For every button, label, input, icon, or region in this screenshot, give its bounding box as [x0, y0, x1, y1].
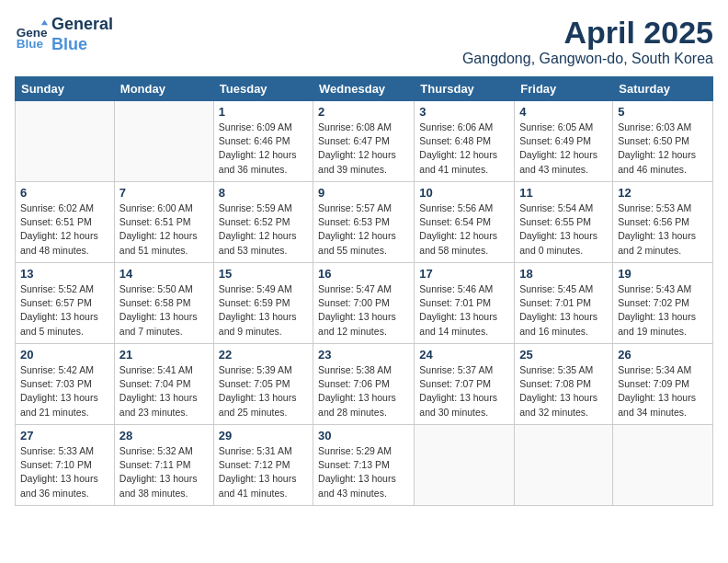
day-number: 13: [20, 267, 109, 281]
day-number: 7: [119, 186, 209, 200]
day-cell: 20Sunrise: 5:42 AMSunset: 7:03 PMDayligh…: [16, 344, 115, 425]
day-cell: 26Sunrise: 5:34 AMSunset: 7:09 PMDayligh…: [613, 344, 713, 425]
day-cell: 23Sunrise: 5:38 AMSunset: 7:06 PMDayligh…: [313, 344, 415, 425]
weekday-header-friday: Friday: [515, 77, 613, 101]
day-cell: 9Sunrise: 5:57 AMSunset: 6:53 PMDaylight…: [313, 182, 415, 263]
calendar-subtitle: Gangdong, Gangwon-do, South Korea: [462, 51, 713, 67]
day-info: Sunrise: 6:00 AMSunset: 6:51 PMDaylight:…: [119, 201, 209, 258]
day-info: Sunrise: 5:49 AMSunset: 6:59 PMDaylight:…: [219, 282, 308, 339]
day-cell: 22Sunrise: 5:39 AMSunset: 7:05 PMDayligh…: [213, 344, 313, 425]
day-cell: 10Sunrise: 5:56 AMSunset: 6:54 PMDayligh…: [415, 182, 515, 263]
day-info: Sunrise: 5:52 AMSunset: 6:57 PMDaylight:…: [20, 282, 109, 339]
day-number: 1: [219, 105, 308, 119]
day-cell: 28Sunrise: 5:32 AMSunset: 7:11 PMDayligh…: [114, 425, 213, 506]
weekday-header-thursday: Thursday: [415, 77, 515, 101]
logo-text-line1: General: [51, 15, 113, 35]
day-cell: 8Sunrise: 5:59 AMSunset: 6:52 PMDaylight…: [213, 182, 313, 263]
day-info: Sunrise: 6:03 AMSunset: 6:50 PMDaylight:…: [618, 121, 708, 177]
day-cell: 13Sunrise: 5:52 AMSunset: 6:57 PMDayligh…: [16, 263, 115, 344]
weekday-header-row: SundayMondayTuesdayWednesdayThursdayFrid…: [16, 77, 713, 101]
day-number: 12: [618, 186, 708, 200]
week-row-3: 13Sunrise: 5:52 AMSunset: 6:57 PMDayligh…: [16, 263, 713, 344]
day-info: Sunrise: 5:50 AMSunset: 6:58 PMDaylight:…: [119, 282, 209, 339]
day-cell: 19Sunrise: 5:43 AMSunset: 7:02 PMDayligh…: [613, 263, 713, 344]
day-info: Sunrise: 5:43 AMSunset: 7:02 PMDaylight:…: [618, 282, 708, 339]
day-cell: 12Sunrise: 5:53 AMSunset: 6:56 PMDayligh…: [613, 182, 713, 263]
day-cell: 29Sunrise: 5:31 AMSunset: 7:12 PMDayligh…: [213, 425, 313, 506]
day-info: Sunrise: 5:39 AMSunset: 7:05 PMDaylight:…: [219, 363, 308, 419]
calendar-header: SundayMondayTuesdayWednesdayThursdayFrid…: [16, 77, 713, 101]
weekday-header-tuesday: Tuesday: [213, 77, 313, 101]
weekday-header-sunday: Sunday: [16, 77, 115, 101]
day-cell: 2Sunrise: 6:08 AMSunset: 6:47 PMDaylight…: [313, 101, 415, 182]
day-cell: 30Sunrise: 5:29 AMSunset: 7:13 PMDayligh…: [313, 425, 415, 506]
day-info: Sunrise: 5:35 AMSunset: 7:08 PMDaylight:…: [519, 363, 608, 419]
day-number: 4: [519, 105, 608, 119]
day-number: 9: [318, 186, 409, 200]
day-number: 18: [519, 267, 608, 281]
logo-text-line2: Blue: [51, 35, 113, 55]
day-info: Sunrise: 5:34 AMSunset: 7:09 PMDaylight:…: [618, 363, 708, 419]
day-number: 24: [419, 348, 509, 362]
day-info: Sunrise: 5:33 AMSunset: 7:10 PMDaylight:…: [20, 444, 109, 500]
day-number: 19: [618, 267, 708, 281]
day-info: Sunrise: 5:59 AMSunset: 6:52 PMDaylight:…: [219, 201, 308, 258]
logo: General Blue General Blue: [15, 15, 113, 54]
day-number: 25: [519, 348, 608, 362]
day-cell: [515, 425, 613, 506]
day-cell: 3Sunrise: 6:06 AMSunset: 6:48 PMDaylight…: [415, 101, 515, 182]
day-cell: [613, 425, 713, 506]
weekday-header-wednesday: Wednesday: [313, 77, 415, 101]
day-cell: 14Sunrise: 5:50 AMSunset: 6:58 PMDayligh…: [114, 263, 213, 344]
day-number: 5: [618, 105, 708, 119]
day-info: Sunrise: 5:42 AMSunset: 7:03 PMDaylight:…: [20, 363, 109, 419]
day-number: 21: [119, 348, 209, 362]
day-info: Sunrise: 6:09 AMSunset: 6:46 PMDaylight:…: [219, 121, 308, 177]
day-info: Sunrise: 5:47 AMSunset: 7:00 PMDaylight:…: [318, 282, 409, 339]
day-cell: 5Sunrise: 6:03 AMSunset: 6:50 PMDaylight…: [613, 101, 713, 182]
day-number: 2: [318, 105, 409, 119]
day-number: 20: [20, 348, 109, 362]
day-info: Sunrise: 5:37 AMSunset: 7:07 PMDaylight:…: [419, 363, 509, 419]
day-info: Sunrise: 5:45 AMSunset: 7:01 PMDaylight:…: [519, 282, 608, 339]
day-cell: 7Sunrise: 6:00 AMSunset: 6:51 PMDaylight…: [114, 182, 213, 263]
week-row-4: 20Sunrise: 5:42 AMSunset: 7:03 PMDayligh…: [16, 344, 713, 425]
calendar-table: SundayMondayTuesdayWednesdayThursdayFrid…: [15, 76, 713, 506]
day-info: Sunrise: 6:08 AMSunset: 6:47 PMDaylight:…: [318, 121, 409, 177]
day-cell: 18Sunrise: 5:45 AMSunset: 7:01 PMDayligh…: [515, 263, 613, 344]
day-cell: 24Sunrise: 5:37 AMSunset: 7:07 PMDayligh…: [415, 344, 515, 425]
page-header: General Blue General Blue April 2025 Gan…: [15, 15, 713, 67]
day-cell: 11Sunrise: 5:54 AMSunset: 6:55 PMDayligh…: [515, 182, 613, 263]
day-number: 10: [419, 186, 509, 200]
svg-text:Blue: Blue: [17, 37, 44, 51]
day-cell: 27Sunrise: 5:33 AMSunset: 7:10 PMDayligh…: [16, 425, 115, 506]
calendar-title: April 2025: [462, 15, 713, 51]
day-number: 11: [519, 186, 608, 200]
day-cell: 15Sunrise: 5:49 AMSunset: 6:59 PMDayligh…: [213, 263, 313, 344]
day-number: 27: [20, 429, 109, 442]
day-number: 23: [318, 348, 409, 362]
day-info: Sunrise: 6:05 AMSunset: 6:49 PMDaylight:…: [519, 121, 608, 177]
calendar-body: 1Sunrise: 6:09 AMSunset: 6:46 PMDaylight…: [16, 101, 713, 506]
day-number: 22: [219, 348, 308, 362]
logo-icon: General Blue: [15, 18, 48, 52]
day-info: Sunrise: 5:31 AMSunset: 7:12 PMDaylight:…: [219, 444, 308, 500]
day-info: Sunrise: 5:32 AMSunset: 7:11 PMDaylight:…: [119, 444, 209, 500]
day-number: 6: [20, 186, 109, 200]
day-cell: 4Sunrise: 6:05 AMSunset: 6:49 PMDaylight…: [515, 101, 613, 182]
day-info: Sunrise: 5:41 AMSunset: 7:04 PMDaylight:…: [119, 363, 209, 419]
day-cell: [16, 101, 115, 182]
day-info: Sunrise: 5:56 AMSunset: 6:54 PMDaylight:…: [419, 201, 509, 258]
day-number: 3: [419, 105, 509, 119]
day-info: Sunrise: 5:53 AMSunset: 6:56 PMDaylight:…: [618, 201, 708, 258]
day-cell: 1Sunrise: 6:09 AMSunset: 6:46 PMDaylight…: [213, 101, 313, 182]
day-cell: [114, 101, 213, 182]
day-info: Sunrise: 6:02 AMSunset: 6:51 PMDaylight:…: [20, 201, 109, 258]
week-row-1: 1Sunrise: 6:09 AMSunset: 6:46 PMDaylight…: [16, 101, 713, 182]
day-number: 28: [119, 429, 209, 442]
weekday-header-monday: Monday: [114, 77, 213, 101]
day-info: Sunrise: 5:54 AMSunset: 6:55 PMDaylight:…: [519, 201, 608, 258]
day-info: Sunrise: 5:38 AMSunset: 7:06 PMDaylight:…: [318, 363, 409, 419]
week-row-5: 27Sunrise: 5:33 AMSunset: 7:10 PMDayligh…: [16, 425, 713, 506]
day-cell: 17Sunrise: 5:46 AMSunset: 7:01 PMDayligh…: [415, 263, 515, 344]
